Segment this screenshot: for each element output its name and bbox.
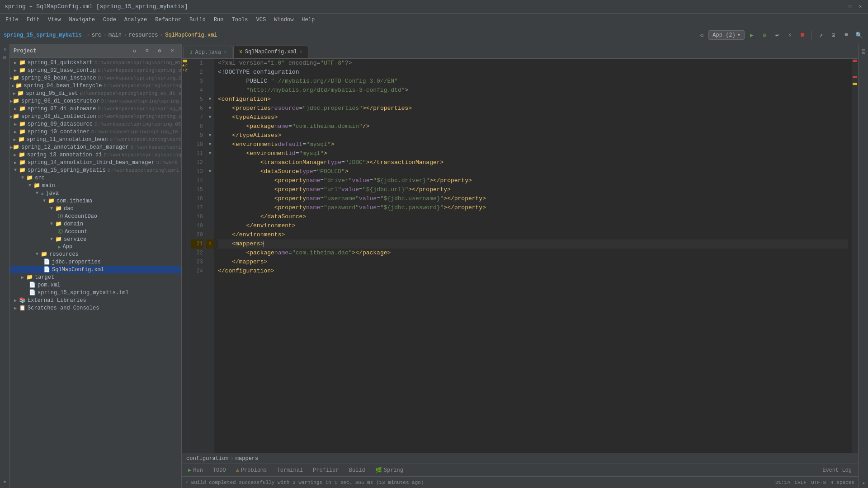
tree-item-dao[interactable]: ▼ 📁 dao [10,205,181,212]
breadcrumb-mappers[interactable]: mappers [236,455,258,462]
tree-item-service[interactable]: ▼ 📁 service [10,235,181,243]
bottom-tab-build[interactable]: Build [344,466,370,475]
debug-button[interactable]: ⚙ [759,30,770,41]
tree-item-jdbc-properties[interactable]: 📄 jdbc.properties [10,258,181,266]
tree-item-spring15[interactable]: ▼ 📁 spring_15_spring_mybatis D:\workspac… [10,166,181,174]
tree-item-iml[interactable]: 📄 spring_15_spring_mybatis.iml [10,289,181,296]
tree-item-spring06[interactable]: ▶ 📁 spring_06_di_constructor D:\workspac… [10,97,181,105]
menu-file[interactable]: File [2,15,22,24]
spring-tab-label: Spring [384,467,403,474]
indent-setting[interactable]: 4 spaces [830,480,854,485]
project-icon[interactable]: ≡ [1,46,9,53]
tab-sqlmapconfig-close[interactable]: × [300,50,302,55]
menu-code[interactable]: Code [99,15,120,24]
tree-item-spring13[interactable]: ▶ 📁 spring_13_annotation_di D:\workspace… [10,151,181,159]
tree-item-spring14[interactable]: ▶ 📁 spring_14_annotation_third_bean_mana… [10,159,181,166]
tree-item-pom[interactable]: 📄 pom.xml [10,281,181,289]
collapse-all-btn[interactable]: ≡ [142,46,152,56]
fold-typealiases[interactable]: ▼ [206,113,214,122]
menu-view[interactable]: View [44,15,65,24]
fold-environment[interactable]: ▼ [206,149,214,158]
tree-item-app[interactable]: ▶ App [10,243,181,250]
tree-item-spring08[interactable]: ▶ 📁 spring_08_di_collection D:\workspace… [10,113,181,120]
tree-item-spring04[interactable]: ▶ 📁 spring_04_bean_lifecycle D:\workspac… [10,82,181,89]
close-panel-btn[interactable]: × [167,46,178,56]
menu-tools[interactable]: Tools [228,15,252,24]
project-structure-btn[interactable]: ⊡ [828,30,839,41]
search-everywhere-btn[interactable]: 🔍 [854,30,864,41]
tree-item-spring12[interactable]: ▶ 📁 spring_12_annotation_bean_manager D:… [10,143,181,151]
tree-item-src[interactable]: ▼ 📁 src [10,174,181,182]
tree-item-scratches[interactable]: ▶ 📋 Scratches and Consoles [10,304,181,312]
navigation-back-btn[interactable]: ◁ [696,30,707,41]
menu-run[interactable]: Run [210,15,227,24]
tree-item-spring01[interactable]: ▶ 📁 spring_01_quickstart D:\workspace\sp… [10,59,181,66]
sdk-manager-btn[interactable]: ↗ [816,30,826,41]
favorites-icon[interactable]: ★ [1,477,9,486]
menu-vcs[interactable]: VCS [253,15,270,24]
menu-refactor[interactable]: Refactor [151,15,185,24]
warning-gutter-icon: ! [206,239,214,249]
project-settings-btn[interactable]: ⚙ [154,46,165,56]
close-button[interactable]: × [857,4,863,10]
menu-build[interactable]: Build [186,15,209,24]
database-icon[interactable]: DB [860,46,867,57]
tree-item-account[interactable]: Ⓒ Account [10,228,181,235]
encoding[interactable]: UTF-8 [811,480,826,485]
menu-navigate[interactable]: Navigate [65,15,99,24]
menu-analyze[interactable]: Analyze [121,15,151,24]
coverage-button[interactable]: ↩ [772,30,783,41]
tree-item-spring07[interactable]: ▶ 📁 spring_07_di_autoware D:\workspace\s… [10,105,181,113]
stop-button[interactable]: ⏹ [797,30,808,41]
profile-button[interactable]: ⚡ [784,30,795,41]
maximize-button[interactable]: □ [847,4,854,10]
tree-item-external-libraries[interactable]: ▶ 📚 External Libraries [10,296,181,304]
tree-item-java[interactable]: ▼ ☕ java [10,189,181,197]
tree-item-spring02[interactable]: ▶ 📁 spring_02_base_config D:\workspace\s… [10,66,181,74]
build-tab-label: Build [349,467,365,474]
fold-properties[interactable]: ▼ [206,104,214,113]
run-config-selector[interactable]: App (2) ▾ [708,30,745,40]
menu-edit[interactable]: Edit [23,15,43,24]
tree-item-main[interactable]: ▼ 📁 main [10,182,181,189]
tree-item-target[interactable]: ▶ 📁 target [10,273,181,281]
fold-typealiases-close[interactable]: ▼ [206,131,214,140]
bottom-tab-terminal[interactable]: Terminal [273,466,308,475]
code-line-4: "http://mybatis.org/dtd/mybatis-3-config… [218,86,848,95]
bottom-tab-todo[interactable]: TODO [208,466,231,475]
sync-project-btn[interactable]: ↻ [129,46,140,56]
tab-sqlmapconfig[interactable]: X SqlMapConfig.xml × [233,46,308,58]
bottom-tab-spring[interactable]: 🌿 Spring [371,465,408,475]
title-bar: spring – SqlMapConfig.xml [spring_15_spr… [0,0,868,14]
fold-datasource[interactable]: ▼ [206,167,214,176]
run-button[interactable]: ▶ [746,30,757,41]
tree-item-com-itheima[interactable]: ▼ 📁 com.itheima [10,197,181,205]
bottom-tab-problems[interactable]: ⚠ Problems [231,465,272,475]
settings-btn[interactable]: ≡ [841,30,852,41]
tree-item-spring03[interactable]: ▶ 📁 spring_03_bean_instance D:\workspace… [10,74,181,82]
tree-item-account-dao[interactable]: Ⓘ AccountDao [10,212,181,220]
tree-item-sqlmapconfig[interactable]: 📄 SqlMapConfig.xml [10,266,181,273]
code-editor[interactable]: <?xml version="1.0" encoding="UTF-8"?> <… [214,59,852,453]
tree-item-domain[interactable]: ▼ 📁 domain [10,220,181,228]
bottom-tab-run[interactable]: ▶ Run [184,465,208,475]
cursor-position[interactable]: 21:14 [775,480,790,485]
line-ending[interactable]: CRLF [795,480,807,485]
bottom-tab-event-log[interactable]: Event Log [818,466,856,475]
tree-item-resources[interactable]: ▼ 📁 resources [10,250,181,258]
tab-app-java[interactable]: J App.java × [184,46,232,58]
breadcrumb-configuration[interactable]: configuration [186,455,229,462]
menu-window[interactable]: Window [270,15,297,24]
fold-config[interactable]: ▼ [206,95,214,104]
fold-environments[interactable]: ▼ [206,140,214,149]
favorites-right-icon[interactable]: ★ [860,478,867,488]
tree-item-spring11[interactable]: ▶ 📁 spring_11_annotation_bean D:\workspa… [10,136,181,143]
tree-item-spring10[interactable]: ▶ 📁 spring_10_container D:\workspace\spr… [10,128,181,136]
tree-item-spring09[interactable]: ▶ 📁 spring_09_datasource D:\workspace\sp… [10,120,181,128]
menu-help[interactable]: Help [298,15,318,24]
tab-app-java-close[interactable]: × [224,50,226,55]
structure-icon[interactable]: ⊞ [1,55,9,61]
bottom-tab-profiler[interactable]: Profiler [308,466,344,475]
tree-item-spring05[interactable]: ▶ 📁 spring_05_di_set D:\workspace\spring… [10,89,181,97]
minimize-button[interactable]: – [837,4,844,10]
